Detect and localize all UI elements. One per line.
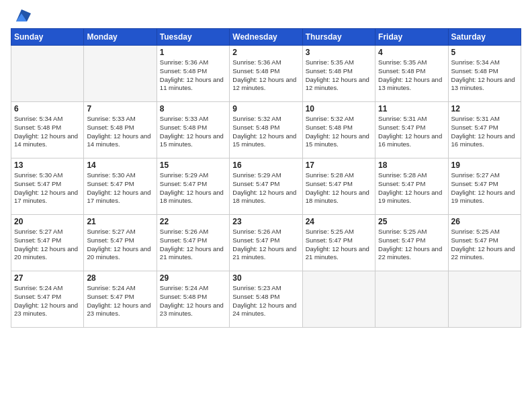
day-info: Sunrise: 5:35 AMSunset: 5:48 PMDaylight:… [306, 58, 372, 93]
calendar-day-cell: 11Sunrise: 5:31 AMSunset: 5:47 PMDayligh… [375, 102, 448, 158]
day-number: 14 [87, 161, 153, 170]
day-number: 22 [160, 217, 226, 226]
calendar-day-cell: 9Sunrise: 5:32 AMSunset: 5:48 PMDaylight… [230, 102, 302, 158]
day-info: Sunrise: 5:28 AMSunset: 5:47 PMDaylight:… [306, 171, 372, 205]
day-number: 12 [451, 104, 518, 113]
day-of-week-header: Saturday [448, 29, 521, 46]
day-info: Sunrise: 5:25 AMSunset: 5:47 PMDaylight:… [378, 228, 445, 262]
day-number: 21 [87, 217, 153, 226]
day-of-week-header: Monday [84, 29, 157, 46]
day-of-week-header: Friday [375, 29, 448, 46]
calendar-day-cell [302, 271, 375, 328]
calendar-day-cell: 15Sunrise: 5:29 AMSunset: 5:47 PMDayligh… [157, 158, 229, 215]
day-number: 26 [451, 217, 518, 226]
calendar-day-cell: 16Sunrise: 5:29 AMSunset: 5:47 PMDayligh… [230, 158, 302, 215]
calendar-day-cell: 22Sunrise: 5:26 AMSunset: 5:47 PMDayligh… [157, 215, 229, 271]
day-info: Sunrise: 5:28 AMSunset: 5:47 PMDaylight:… [378, 171, 445, 205]
calendar-day-cell: 5Sunrise: 5:34 AMSunset: 5:48 PMDaylight… [448, 46, 521, 102]
calendar-day-cell: 18Sunrise: 5:28 AMSunset: 5:47 PMDayligh… [375, 158, 448, 215]
day-of-week-header: Tuesday [157, 29, 229, 46]
calendar-day-cell: 24Sunrise: 5:25 AMSunset: 5:47 PMDayligh… [302, 215, 375, 271]
day-info: Sunrise: 5:29 AMSunset: 5:47 PMDaylight:… [232, 171, 299, 205]
day-number: 15 [160, 161, 226, 170]
day-info: Sunrise: 5:27 AMSunset: 5:47 PMDaylight:… [87, 228, 153, 262]
day-number: 1 [160, 48, 226, 57]
day-number: 10 [306, 104, 372, 113]
day-number: 23 [232, 217, 299, 226]
calendar-day-cell: 14Sunrise: 5:30 AMSunset: 5:47 PMDayligh… [84, 158, 157, 215]
day-number: 28 [87, 273, 153, 283]
day-info: Sunrise: 5:23 AMSunset: 5:48 PMDaylight:… [232, 284, 299, 318]
day-of-week-header: Wednesday [230, 29, 302, 46]
day-number: 9 [232, 104, 299, 113]
day-number: 7 [87, 104, 153, 113]
day-info: Sunrise: 5:36 AMSunset: 5:48 PMDaylight:… [160, 58, 226, 93]
day-number: 29 [160, 273, 226, 283]
calendar-day-cell [84, 46, 157, 102]
calendar-day-cell: 8Sunrise: 5:33 AMSunset: 5:48 PMDaylight… [157, 102, 229, 158]
calendar-day-cell: 4Sunrise: 5:35 AMSunset: 5:48 PMDaylight… [375, 46, 448, 102]
day-number: 5 [451, 48, 518, 57]
day-number: 19 [451, 161, 518, 170]
calendar-week-row: 20Sunrise: 5:27 AMSunset: 5:47 PMDayligh… [11, 215, 521, 271]
day-info: Sunrise: 5:30 AMSunset: 5:47 PMDaylight:… [87, 171, 153, 205]
day-number: 13 [14, 161, 81, 170]
day-number: 24 [306, 217, 372, 226]
calendar-day-cell: 17Sunrise: 5:28 AMSunset: 5:47 PMDayligh… [302, 158, 375, 215]
day-number: 8 [160, 104, 226, 113]
day-number: 16 [232, 161, 299, 170]
logo [11, 7, 31, 26]
day-info: Sunrise: 5:33 AMSunset: 5:48 PMDaylight:… [160, 115, 226, 149]
day-of-week-header: Sunday [11, 29, 84, 46]
calendar-day-cell: 7Sunrise: 5:33 AMSunset: 5:48 PMDaylight… [84, 102, 157, 158]
calendar-day-cell: 2Sunrise: 5:36 AMSunset: 5:48 PMDaylight… [230, 46, 302, 102]
calendar-day-cell: 19Sunrise: 5:27 AMSunset: 5:47 PMDayligh… [448, 158, 521, 215]
calendar-day-cell: 25Sunrise: 5:25 AMSunset: 5:47 PMDayligh… [375, 215, 448, 271]
calendar-table: SundayMondayTuesdayWednesdayThursdayFrid… [11, 28, 521, 328]
logo-icon [12, 7, 31, 26]
day-number: 30 [232, 273, 299, 283]
day-number: 17 [306, 161, 372, 170]
calendar-header-row: SundayMondayTuesdayWednesdayThursdayFrid… [11, 29, 521, 46]
day-number: 3 [306, 48, 372, 57]
calendar-day-cell [448, 271, 521, 328]
day-info: Sunrise: 5:32 AMSunset: 5:48 PMDaylight:… [306, 115, 372, 149]
calendar-week-row: 6Sunrise: 5:34 AMSunset: 5:48 PMDaylight… [11, 102, 521, 158]
day-info: Sunrise: 5:24 AMSunset: 5:48 PMDaylight:… [160, 284, 226, 318]
calendar-week-row: 1Sunrise: 5:36 AMSunset: 5:48 PMDaylight… [11, 46, 521, 102]
day-number: 4 [378, 48, 445, 57]
calendar-day-cell: 20Sunrise: 5:27 AMSunset: 5:47 PMDayligh… [11, 215, 84, 271]
calendar-day-cell: 29Sunrise: 5:24 AMSunset: 5:48 PMDayligh… [157, 271, 229, 328]
day-info: Sunrise: 5:24 AMSunset: 5:47 PMDaylight:… [87, 284, 153, 318]
day-info: Sunrise: 5:32 AMSunset: 5:48 PMDaylight:… [232, 115, 299, 149]
calendar-week-row: 27Sunrise: 5:24 AMSunset: 5:47 PMDayligh… [11, 271, 521, 328]
day-info: Sunrise: 5:31 AMSunset: 5:47 PMDaylight:… [451, 115, 518, 149]
day-info: Sunrise: 5:24 AMSunset: 5:47 PMDaylight:… [14, 284, 81, 318]
day-info: Sunrise: 5:30 AMSunset: 5:47 PMDaylight:… [14, 171, 81, 205]
calendar-day-cell: 21Sunrise: 5:27 AMSunset: 5:47 PMDayligh… [84, 215, 157, 271]
calendar-day-cell: 6Sunrise: 5:34 AMSunset: 5:48 PMDaylight… [11, 102, 84, 158]
day-info: Sunrise: 5:29 AMSunset: 5:47 PMDaylight:… [160, 171, 226, 205]
day-number: 20 [14, 217, 81, 226]
day-number: 11 [378, 104, 445, 113]
day-number: 2 [232, 48, 299, 57]
day-info: Sunrise: 5:31 AMSunset: 5:47 PMDaylight:… [378, 115, 445, 149]
day-number: 18 [378, 161, 445, 170]
calendar-day-cell: 30Sunrise: 5:23 AMSunset: 5:48 PMDayligh… [230, 271, 302, 328]
calendar-day-cell [11, 46, 84, 102]
calendar-day-cell: 26Sunrise: 5:25 AMSunset: 5:47 PMDayligh… [448, 215, 521, 271]
day-of-week-header: Thursday [302, 29, 375, 46]
calendar-day-cell: 3Sunrise: 5:35 AMSunset: 5:48 PMDaylight… [302, 46, 375, 102]
day-info: Sunrise: 5:27 AMSunset: 5:47 PMDaylight:… [451, 171, 518, 205]
day-number: 25 [378, 217, 445, 226]
calendar-day-cell: 1Sunrise: 5:36 AMSunset: 5:48 PMDaylight… [157, 46, 229, 102]
day-info: Sunrise: 5:26 AMSunset: 5:47 PMDaylight:… [160, 228, 226, 262]
day-info: Sunrise: 5:25 AMSunset: 5:47 PMDaylight:… [451, 228, 518, 262]
calendar-day-cell: 28Sunrise: 5:24 AMSunset: 5:47 PMDayligh… [84, 271, 157, 328]
calendar-day-cell: 13Sunrise: 5:30 AMSunset: 5:47 PMDayligh… [11, 158, 84, 215]
day-info: Sunrise: 5:34 AMSunset: 5:48 PMDaylight:… [451, 58, 518, 93]
day-info: Sunrise: 5:25 AMSunset: 5:47 PMDaylight:… [306, 228, 372, 262]
day-info: Sunrise: 5:35 AMSunset: 5:48 PMDaylight:… [378, 58, 445, 93]
day-info: Sunrise: 5:34 AMSunset: 5:48 PMDaylight:… [14, 115, 81, 149]
calendar-day-cell: 12Sunrise: 5:31 AMSunset: 5:47 PMDayligh… [448, 102, 521, 158]
